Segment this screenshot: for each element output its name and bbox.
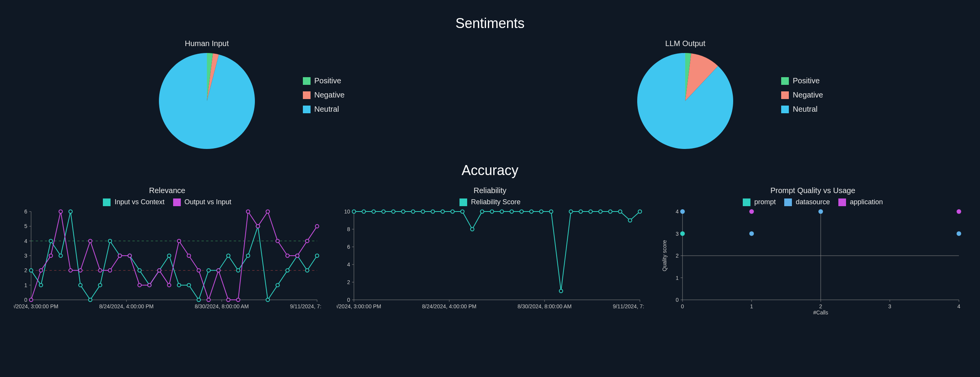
legend-item-datasource[interactable]: datasource (784, 198, 830, 206)
swatch-magenta (173, 198, 181, 206)
legend-sentiments-llm: Positive Negative Neutral (781, 76, 823, 114)
svg-point-113 (401, 210, 405, 213)
legend-item-neutral[interactable]: Neutral (781, 105, 823, 114)
svg-text:3: 3 (24, 253, 27, 259)
svg-point-79 (256, 225, 259, 228)
svg-point-52 (286, 269, 289, 272)
svg-text:0: 0 (347, 297, 350, 303)
svg-point-114 (411, 210, 415, 213)
svg-point-130 (569, 210, 572, 213)
pie-title-llm: LLM Output (665, 39, 706, 48)
accuracy-title: Accuracy (12, 162, 968, 179)
svg-point-68 (147, 283, 151, 287)
svg-text:4: 4 (676, 208, 679, 215)
svg-text:5: 5 (24, 223, 27, 229)
svg-point-31 (78, 283, 82, 287)
swatch-positive (781, 77, 789, 85)
svg-point-63 (98, 269, 102, 272)
svg-text:4: 4 (957, 303, 960, 309)
pie-chart-human (157, 51, 257, 151)
svg-point-166 (749, 231, 754, 236)
legend-item-inputctx[interactable]: Input vs Context (103, 198, 164, 206)
svg-text:4: 4 (24, 238, 27, 244)
chart-title-quality: Prompt Quality vs Usage (770, 186, 855, 195)
legend-item-negative[interactable]: Negative (303, 91, 345, 99)
swatch-application (838, 198, 846, 206)
svg-text:3/19/2024, 3:00:00 PM: 3/19/2024, 3:00:00 PM (337, 303, 381, 309)
legend-item-application[interactable]: application (838, 198, 883, 206)
svg-text:8/30/2024, 8:00:00 AM: 8/30/2024, 8:00:00 AM (195, 303, 249, 309)
svg-point-119 (461, 210, 464, 213)
svg-text:1: 1 (24, 282, 27, 288)
legend-item-reliability[interactable]: Reliability Score (459, 198, 521, 206)
svg-point-78 (246, 210, 250, 213)
svg-point-108 (352, 210, 355, 213)
svg-point-168 (957, 231, 961, 236)
pie-block-human: Human Input Positive Negative Neutral (157, 39, 345, 151)
chart-quality: 0123401234#CallsQuality score (659, 208, 967, 315)
swatch-positive (303, 77, 311, 85)
chart-reliability: 02468103/19/2024, 3:00:00 PM8/24/2024, 4… (337, 208, 644, 315)
svg-text:10: 10 (344, 208, 350, 215)
svg-point-112 (392, 210, 395, 213)
svg-point-50 (266, 298, 269, 302)
svg-point-122 (490, 210, 494, 213)
svg-point-85 (315, 225, 319, 228)
chart-block-quality: Prompt Quality vs Usage prompt datasourc… (657, 186, 968, 315)
legend-quality: prompt datasource application (743, 198, 883, 206)
legend-item-prompt[interactable]: prompt (743, 198, 776, 206)
svg-point-72 (187, 254, 190, 258)
svg-point-115 (421, 210, 425, 213)
accuracy-row: Relevance Input vs Context Output vs Inp… (12, 186, 968, 315)
svg-point-64 (108, 269, 112, 272)
svg-point-28 (49, 239, 52, 243)
swatch-neutral (303, 106, 311, 113)
legend-item-negative[interactable]: Negative (781, 91, 823, 99)
svg-point-56 (29, 298, 33, 302)
svg-point-83 (296, 254, 299, 258)
svg-point-32 (88, 298, 92, 302)
svg-point-128 (549, 210, 553, 213)
svg-point-121 (480, 210, 484, 213)
chart-block-relevance: Relevance Input vs Context Output vs Inp… (12, 186, 323, 315)
svg-text:0: 0 (676, 297, 679, 303)
svg-point-44 (207, 269, 210, 272)
legend-item-neutral[interactable]: Neutral (303, 105, 345, 114)
svg-point-48 (246, 254, 250, 258)
svg-point-136 (628, 219, 631, 222)
svg-text:0: 0 (24, 297, 27, 303)
svg-text:6: 6 (24, 208, 27, 215)
svg-point-134 (608, 210, 612, 213)
svg-text:0: 0 (681, 303, 684, 309)
svg-text:8/24/2024, 4:00:00 PM: 8/24/2024, 4:00:00 PM (99, 303, 154, 309)
svg-point-167 (818, 209, 823, 214)
swatch-teal (103, 198, 111, 206)
svg-text:1: 1 (750, 303, 753, 309)
svg-text:Quality score: Quality score (661, 240, 668, 271)
svg-point-169 (749, 209, 754, 214)
svg-point-43 (197, 298, 200, 302)
swatch-datasource (784, 198, 792, 206)
svg-point-59 (59, 210, 62, 213)
svg-text:4: 4 (347, 261, 350, 268)
svg-text:3/19/2024, 3:00:00 PM: 3/19/2024, 3:00:00 PM (14, 303, 58, 309)
svg-point-81 (276, 239, 279, 243)
svg-point-125 (520, 210, 523, 213)
svg-text:8/24/2024, 4:00:00 PM: 8/24/2024, 4:00:00 PM (422, 303, 476, 309)
svg-point-129 (559, 289, 562, 293)
svg-point-40 (167, 254, 171, 258)
chart-block-reliability: Reliability Reliability Score 02468103/1… (334, 186, 646, 315)
svg-point-170 (957, 209, 961, 214)
svg-point-131 (579, 210, 582, 213)
svg-point-55 (315, 254, 319, 258)
svg-text:6: 6 (347, 244, 350, 250)
svg-point-71 (177, 239, 180, 243)
swatch-negative (303, 91, 311, 99)
legend-item-positive[interactable]: Positive (303, 76, 345, 85)
swatch-prompt (743, 198, 750, 206)
svg-point-120 (470, 228, 474, 231)
svg-point-116 (431, 210, 435, 213)
legend-item-positive[interactable]: Positive (781, 76, 823, 85)
legend-item-outputin[interactable]: Output vs Input (173, 198, 231, 206)
svg-point-165 (680, 209, 685, 214)
